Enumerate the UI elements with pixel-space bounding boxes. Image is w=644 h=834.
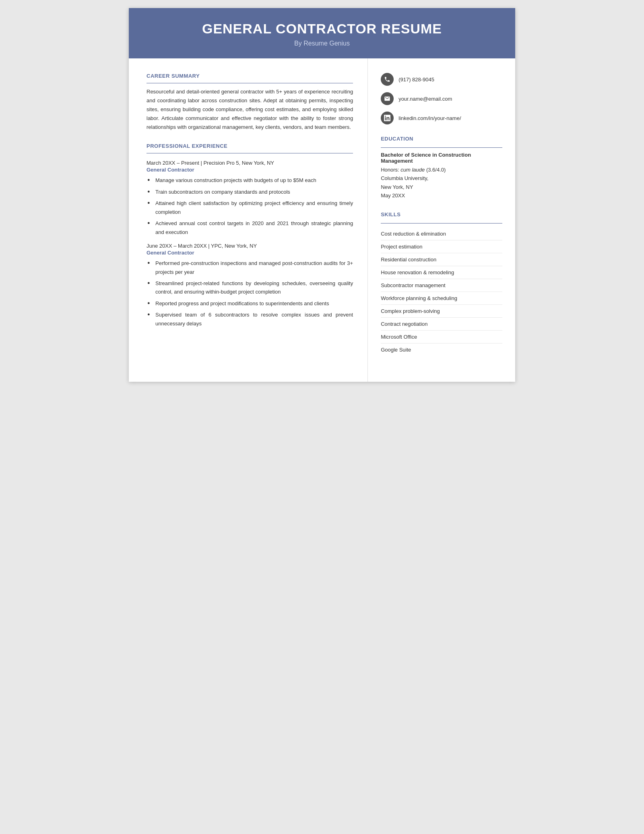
list-item: Manage various construction projects wit… <box>147 176 353 184</box>
email-icon <box>381 92 394 105</box>
skill-item: Cost reduction & elimination <box>381 228 502 240</box>
resume-container: GENERAL CONTRACTOR RESUME By Resume Geni… <box>129 8 515 382</box>
linkedin-text: linkedin.com/in/your-name/ <box>398 115 461 121</box>
skill-item: Complex problem-solving <box>381 305 502 318</box>
email-contact-item: your.name@email.com <box>381 92 502 105</box>
phone-text: (917) 828-9045 <box>398 77 434 83</box>
job-1-header: March 20XX – Present | Precision Pro 5, … <box>147 160 353 173</box>
list-item: Supervised team of 6 subcontractors to r… <box>147 310 353 328</box>
skill-item: House renovation & remodeling <box>381 266 502 279</box>
skill-item: Contract negotiation <box>381 318 502 331</box>
professional-experience-title: PROFESSIONAL EXPERIENCE <box>147 143 353 149</box>
job-2-header: June 20XX – March 20XX | YPC, New York, … <box>147 243 353 256</box>
career-summary-divider <box>147 83 353 83</box>
job-2-title: General Contractor <box>147 250 353 256</box>
job-1-date-location: March 20XX – Present | Precision Pro 5, … <box>147 160 353 166</box>
phone-contact-item: (917) 828-9045 <box>381 73 502 86</box>
honors-label: Honors: <box>381 167 399 173</box>
linkedin-contact-item: linkedin.com/in/your-name/ <box>381 112 502 124</box>
education-section: EDUCATION Bachelor of Science in Constru… <box>381 136 502 200</box>
job-2-bullets: Performed pre-construction inspections a… <box>147 259 353 328</box>
contact-info-block: (917) 828-9045 your.name@email.com <box>381 73 502 124</box>
skill-item: Residential construction <box>381 253 502 266</box>
career-summary-text: Resourceful and detail-oriented general … <box>147 87 353 132</box>
graduation-date: May 20XX <box>381 192 405 199</box>
education-degree: Bachelor of Science in Construction Mana… <box>381 152 502 164</box>
header-banner: GENERAL CONTRACTOR RESUME By Resume Geni… <box>129 8 515 58</box>
list-item: Reported progress and project modificati… <box>147 299 353 308</box>
job-1-title: General Contractor <box>147 167 353 173</box>
education-title: EDUCATION <box>381 136 502 142</box>
skills-list: Cost reduction & eliminationProject esti… <box>381 228 502 356</box>
list-item: Train subcontractors on company standard… <box>147 188 353 196</box>
list-item: Performed pre-construction inspections a… <box>147 259 353 276</box>
education-divider <box>381 147 502 148</box>
linkedin-icon <box>381 112 394 124</box>
school-location: New York, NY <box>381 184 413 190</box>
honors-text: cum laude <box>400 167 425 173</box>
career-summary-title: CAREER SUMMARY <box>147 73 353 79</box>
email-text: your.name@email.com <box>398 96 452 102</box>
job-2-date-location: June 20XX – March 20XX | YPC, New York, … <box>147 243 353 249</box>
resume-body: CAREER SUMMARY Resourceful and detail-or… <box>129 58 515 382</box>
skill-item: Workforce planning & scheduling <box>381 292 502 305</box>
professional-experience-divider <box>147 153 353 153</box>
skill-item: Google Suite <box>381 344 502 356</box>
professional-experience-section: PROFESSIONAL EXPERIENCE March 20XX – Pre… <box>147 143 353 328</box>
skill-item: Project estimation <box>381 240 502 253</box>
skill-item: Microsoft Office <box>381 331 502 344</box>
gpa-text: (3.6/4.0) <box>426 167 446 173</box>
resume-subtitle: By Resume Genius <box>145 40 499 47</box>
education-details: Honors: cum laude (3.6/4.0) Columbia Uni… <box>381 166 502 200</box>
skills-section: SKILLS Cost reduction & eliminationProje… <box>381 211 502 356</box>
skills-divider <box>381 223 502 224</box>
right-column: (917) 828-9045 your.name@email.com <box>368 58 515 382</box>
skills-title: SKILLS <box>381 211 502 217</box>
skill-item: Subcontractor management <box>381 279 502 292</box>
left-column: CAREER SUMMARY Resourceful and detail-or… <box>129 58 368 382</box>
career-summary-section: CAREER SUMMARY Resourceful and detail-or… <box>147 73 353 132</box>
list-item: Attained high client satisfaction by opt… <box>147 199 353 216</box>
phone-icon <box>381 73 394 86</box>
list-item: Streamlined project-related functions by… <box>147 279 353 296</box>
resume-main-title: GENERAL CONTRACTOR RESUME <box>145 21 499 37</box>
school-name: Columbia University, <box>381 175 428 181</box>
list-item: Achieved annual cost control targets in … <box>147 219 353 236</box>
job-1-bullets: Manage various construction projects wit… <box>147 176 353 236</box>
